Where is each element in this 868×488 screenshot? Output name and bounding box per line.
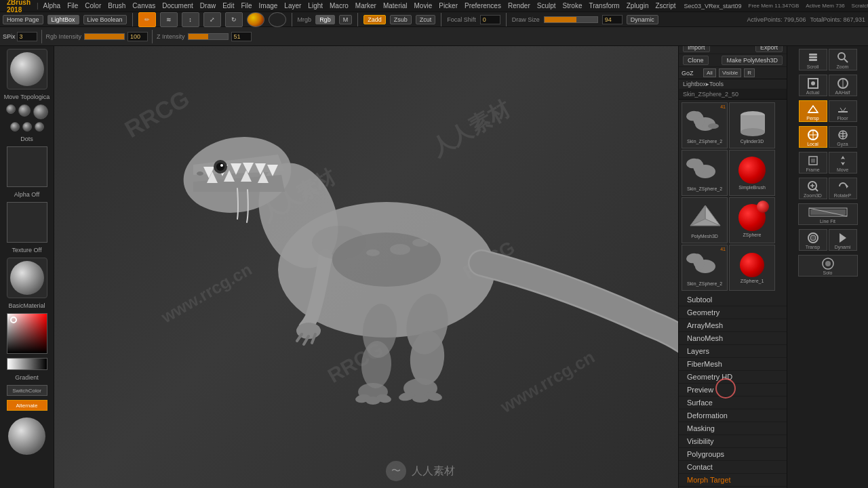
menu-morph-target[interactable]: Morph Target: [679, 474, 787, 487]
tool-thumb-polymesh[interactable]: PolyMesh3D: [682, 197, 728, 243]
rgb-intensity-slider[interactable]: [84, 33, 125, 40]
menu-contact[interactable]: Contact: [679, 461, 787, 474]
menu-light[interactable]: Light: [305, 2, 326, 9]
menu-surface[interactable]: Surface: [679, 396, 787, 409]
frame-icon[interactable]: Frame: [799, 152, 827, 174]
tool-thumb-skin3[interactable]: 41 Skin_ZSphere_2: [682, 245, 728, 291]
local-icon[interactable]: Local: [799, 126, 827, 148]
texture-swatch[interactable]: [7, 202, 47, 243]
focal-value[interactable]: 0: [480, 15, 500, 24]
draw-size-slider[interactable]: [544, 16, 598, 23]
dynamic-btn[interactable]: Dynamic: [627, 15, 658, 24]
menu-brush[interactable]: Brush: [105, 2, 128, 9]
menu-stroke[interactable]: Stroke: [560, 2, 585, 9]
material-ball2[interactable]: [269, 12, 286, 27]
alpha-swatch[interactable]: [7, 146, 47, 187]
menu-marker[interactable]: Marker: [353, 2, 379, 9]
menu-polygroups[interactable]: Polygroups: [679, 448, 787, 461]
menu-draw[interactable]: Draw: [197, 2, 218, 9]
menu-picker[interactable]: Picker: [436, 2, 460, 9]
rotate-btn[interactable]: ↻: [225, 12, 243, 27]
menu-preview[interactable]: Preview: [679, 384, 787, 396]
make-polymesh-btn[interactable]: Make PolyMesh3D: [722, 56, 783, 65]
rgb-btn[interactable]: Rgb: [315, 15, 335, 24]
smooth-btn[interactable]: ≋: [160, 12, 178, 27]
menu-zplugin[interactable]: Zplugin: [624, 2, 652, 9]
menu-arraymesh[interactable]: ArrayMesh: [679, 319, 787, 332]
spix-value[interactable]: 3: [17, 32, 37, 41]
aahalf-icon[interactable]: AAHalf: [829, 75, 857, 96]
menu-render[interactable]: Render: [505, 2, 533, 9]
goz-r-btn[interactable]: R: [744, 68, 755, 77]
gyza-icon[interactable]: Gyza: [829, 126, 857, 148]
tool-thumb-zsphere1[interactable]: ZSphere_1: [729, 245, 775, 291]
rotatep-icon[interactable]: RotateP: [829, 178, 857, 199]
main-canvas[interactable]: RRCG 人人素材 www.rrcg.cn RRCG 人人素材 RRCG www…: [54, 46, 787, 488]
tool-thumb-skin2[interactable]: Skin_ZSphere_2: [682, 150, 728, 196]
color-picker[interactable]: [7, 313, 47, 354]
gradient-bar[interactable]: [7, 358, 47, 370]
move-btn[interactable]: ↕: [182, 12, 199, 27]
bottom-sphere-container[interactable]: [8, 418, 45, 455]
floor-icon[interactable]: Floor: [829, 100, 857, 122]
zoom3d-icon[interactable]: Zoom3D: [799, 178, 827, 199]
linefit-icon[interactable]: Line Fit: [798, 203, 858, 225]
menu-edit[interactable]: Edit: [220, 2, 237, 9]
lightbox-tab[interactable]: LightBox: [47, 15, 79, 24]
menu-zscript[interactable]: Zscript: [652, 2, 678, 9]
menu-document[interactable]: Document: [159, 2, 196, 9]
menu-sculpt[interactable]: Sculpt: [534, 2, 559, 9]
menu-geometry-hd[interactable]: Geometry HD: [679, 371, 787, 384]
menu-canvas[interactable]: Canvas: [130, 2, 158, 9]
dynami-icon[interactable]: Dynami: [829, 229, 857, 251]
zadd-btn[interactable]: Zadd: [363, 15, 386, 24]
brush-size-4[interactable]: [10, 122, 20, 131]
draw-btn[interactable]: ✏: [138, 12, 156, 27]
menu-geometry[interactable]: Geometry: [679, 306, 787, 319]
brush-size-5[interactable]: [22, 122, 32, 131]
menu-color[interactable]: Color: [82, 2, 104, 9]
scroll-icon[interactable]: Scroll: [799, 49, 827, 70]
brush-preview[interactable]: [7, 49, 47, 89]
brush-size-2[interactable]: [18, 104, 31, 117]
menu-file2[interactable]: File: [238, 2, 254, 9]
tool-thumb-cylinder[interactable]: Cylinder3D: [729, 102, 775, 148]
menu-deformation[interactable]: Deformation: [679, 409, 787, 422]
zsub-btn[interactable]: Zsub: [390, 15, 412, 24]
rgb-intensity-value[interactable]: 100: [127, 32, 148, 41]
menu-image[interactable]: Image: [256, 2, 281, 9]
menu-masking[interactable]: Masking: [679, 422, 787, 435]
tool-thumb-simplebrush[interactable]: SimpleBrush: [729, 150, 775, 196]
zcut-btn[interactable]: Zcut: [416, 15, 436, 24]
z-intensity-value[interactable]: 51: [231, 32, 252, 41]
menu-layer[interactable]: Layer: [281, 2, 304, 9]
menu-material[interactable]: Material: [380, 2, 410, 9]
alternate-btn[interactable]: Alternate: [7, 400, 47, 411]
clone-btn[interactable]: Clone: [683, 56, 709, 65]
brush-size-3[interactable]: [33, 104, 48, 119]
scale-btn[interactable]: ⤢: [203, 12, 221, 27]
zoom-icon[interactable]: Zoom: [829, 49, 857, 70]
menu-preferences[interactable]: Preferences: [462, 2, 504, 9]
solo-icon[interactable]: Solo: [798, 255, 858, 277]
transp-icon[interactable]: Transp: [799, 229, 827, 251]
menu-fibermesh[interactable]: FiberMesh: [679, 358, 787, 371]
tool-thumb-skin1[interactable]: 41 Skin_ZSphere_2: [682, 102, 728, 148]
z-intensity-slider[interactable]: [188, 33, 229, 40]
live-boolean-tab[interactable]: Live Boolean: [83, 15, 127, 24]
material-ball[interactable]: [247, 12, 264, 27]
draw-size-value[interactable]: 94: [602, 15, 623, 24]
switch-color-btn[interactable]: SwitchColor: [7, 385, 47, 396]
persp-icon[interactable]: Persp: [799, 100, 827, 122]
tool-thumb-zsphere[interactable]: ZSphere: [729, 197, 775, 243]
menu-visibility[interactable]: Visibility: [679, 435, 787, 448]
m-btn[interactable]: M: [339, 15, 353, 24]
menu-layers[interactable]: Layers: [679, 345, 787, 358]
menu-nanomesh[interactable]: NanoMesh: [679, 332, 787, 345]
lightbox-tools-label[interactable]: Lightbox▸Tools: [683, 81, 724, 87]
menu-macro[interactable]: Macro: [327, 2, 351, 9]
move2-icon[interactable]: Move: [829, 152, 857, 174]
home-page-tab[interactable]: Home Page: [3, 15, 43, 24]
menu-alpha[interactable]: Alpha: [41, 2, 64, 9]
menu-transform[interactable]: Transform: [586, 2, 622, 9]
